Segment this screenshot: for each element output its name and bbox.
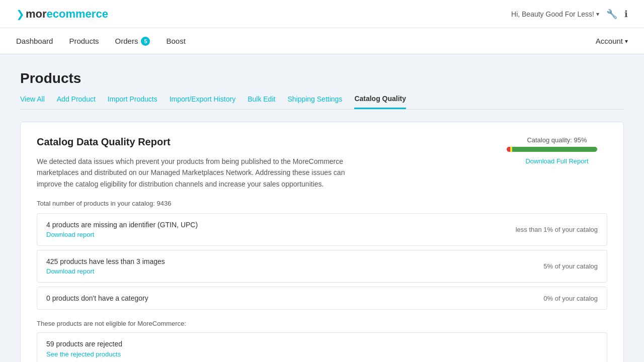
- issue-title-0: 4 products are missing an identifier (GT…: [46, 221, 198, 229]
- download-full-report-link[interactable]: Download Full Report: [525, 157, 588, 165]
- nav-bar: Dashboard Products Orders 5 Boost Accoun…: [0, 28, 644, 54]
- nav-account[interactable]: Account ▾: [596, 37, 628, 45]
- subnav-view-all[interactable]: View All: [20, 95, 45, 109]
- ineligible-label: These products are not eligible for More…: [37, 320, 607, 327]
- page-content: Products View All Add Product Import Pro…: [0, 54, 644, 362]
- subnav-catalog-quality[interactable]: Catalog Quality: [354, 95, 406, 109]
- subnav-import-products[interactable]: Import Products: [108, 95, 157, 109]
- greeting-chevron: ▾: [596, 11, 599, 18]
- account-chevron: ▾: [625, 38, 628, 45]
- subnav-add-product[interactable]: Add Product: [57, 95, 96, 109]
- issue-percent-0: less than 1% of your catalog: [516, 226, 598, 233]
- issue-row-2: 0 products don't have a category 0% of y…: [37, 287, 607, 310]
- issue-title-2: 0 products don't have a category: [46, 294, 148, 302]
- catalog-quality-label: Catalog quality: 95%: [507, 136, 607, 144]
- subnav-bulk-edit[interactable]: Bulk Edit: [248, 95, 275, 109]
- sub-nav: View All Add Product Import Products Imp…: [20, 95, 624, 110]
- report-left: Catalog Data Quality Report We detected …: [37, 136, 359, 190]
- rejected-row: 59 products are rejected See the rejecte…: [37, 332, 607, 362]
- issue-row-0: 4 products are missing an identifier (GT…: [37, 213, 607, 246]
- total-count: Total number of products in your catalog…: [37, 200, 607, 207]
- report-right: Catalog quality: 95% Download Full Repor…: [507, 136, 607, 165]
- nav-dashboard[interactable]: Dashboard: [16, 29, 53, 53]
- report-intro: We detected data issues which prevent yo…: [37, 156, 359, 190]
- nav-left: Dashboard Products Orders 5 Boost: [16, 29, 186, 54]
- issue-left-2: 0 products don't have a category: [46, 294, 148, 302]
- logo-arrow: ❯: [16, 8, 25, 20]
- see-rejected-link[interactable]: See the rejected products: [46, 350, 121, 358]
- greeting: Hi, Beauty Good For Less! ▾: [511, 10, 599, 18]
- subnav-shipping-settings[interactable]: Shipping Settings: [287, 95, 342, 109]
- issue-row-1: 425 products have less than 3 images Dow…: [37, 250, 607, 283]
- rejected-title: 59 products are rejected: [46, 340, 598, 348]
- top-bar: ❯ morecommerce Hi, Beauty Good For Less!…: [0, 0, 644, 28]
- nav-orders[interactable]: Orders 5: [115, 29, 150, 54]
- issue-download-link-0[interactable]: Download report: [46, 231, 198, 238]
- issue-download-link-1[interactable]: Download report: [46, 267, 165, 275]
- account-label: Account: [596, 37, 623, 45]
- report-header-row: Catalog Data Quality Report We detected …: [37, 136, 607, 190]
- top-right: Hi, Beauty Good For Less! ▾ 🔧 ℹ: [511, 9, 628, 20]
- issue-title-1: 425 products have less than 3 images: [46, 257, 165, 265]
- quality-bar: [507, 147, 597, 152]
- report-title: Catalog Data Quality Report: [37, 136, 359, 148]
- logo: ❯ morecommerce: [16, 8, 108, 21]
- issue-left-0: 4 products are missing an identifier (GT…: [46, 221, 198, 238]
- bar-green: [512, 147, 597, 152]
- issue-percent-1: 5% of your catalog: [543, 262, 598, 270]
- logo-text: morecommerce: [26, 8, 108, 21]
- logo-more: mor: [26, 8, 47, 20]
- subnav-import-export-history[interactable]: Import/Export History: [170, 95, 235, 109]
- nav-orders-label: Orders: [115, 37, 138, 45]
- bar-red: [507, 147, 510, 152]
- report-card: Catalog Data Quality Report We detected …: [20, 122, 624, 362]
- logo-ecommerce: ecommerce: [47, 8, 108, 20]
- issue-left-1: 425 products have less than 3 images Dow…: [46, 257, 165, 275]
- nav-boost[interactable]: Boost: [166, 29, 185, 53]
- info-icon-button[interactable]: ℹ: [624, 9, 628, 20]
- orders-badge: 5: [141, 37, 150, 46]
- greeting-text: Hi, Beauty Good For Less!: [511, 10, 594, 18]
- wrench-icon-button[interactable]: 🔧: [606, 9, 617, 20]
- page-title: Products: [20, 70, 624, 86]
- issue-percent-2: 0% of your catalog: [543, 295, 598, 302]
- nav-products[interactable]: Products: [69, 29, 99, 53]
